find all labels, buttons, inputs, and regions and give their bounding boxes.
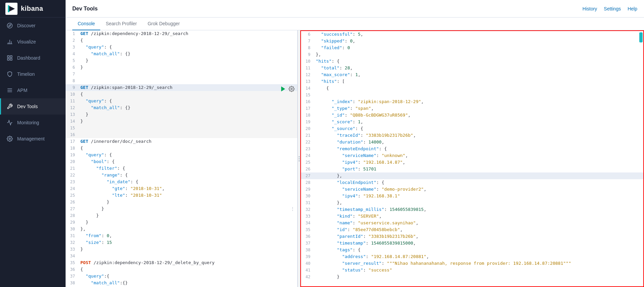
sidebar-item-discover-label: Discover xyxy=(17,23,35,28)
svg-marker-4 xyxy=(9,25,11,27)
output-line: 42 } xyxy=(301,274,643,280)
svg-point-16 xyxy=(9,138,11,140)
request-3: 17 GET /innerorder/doc/_search 18 { 19 "… xyxy=(66,138,297,259)
code-line: 26 } xyxy=(66,199,297,205)
output-line: 21 "traceId": "3383b19b2317b26b", xyxy=(301,132,643,139)
code-line: 4 "match_all": {} xyxy=(66,51,297,57)
output-line: 37 "timestamp": 1546055839815000, xyxy=(301,240,643,247)
code-line: 10 { xyxy=(66,91,297,98)
output-line: 11 "total": 28, xyxy=(301,65,643,71)
output-line: 32 "timestamp_millis": 1546055839815, xyxy=(301,206,643,213)
code-line: 36 { xyxy=(66,266,297,273)
output-line: 26 "port": 51701 xyxy=(301,166,643,172)
code-line: 28 } xyxy=(66,212,297,219)
code-line: 25 "lte": "2018-10-31" xyxy=(66,192,297,199)
wrench-icon xyxy=(6,103,13,110)
code-line: 37 "query":{ xyxy=(66,273,297,280)
sidebar-item-devtools-label: Dev Tools xyxy=(17,104,38,109)
svg-marker-17 xyxy=(281,87,285,92)
code-line: 5 } xyxy=(66,57,297,64)
code-line: 18 { xyxy=(66,145,297,152)
history-button[interactable]: History xyxy=(582,6,597,11)
code-line: 34 xyxy=(66,253,297,259)
settings-button[interactable] xyxy=(289,86,295,92)
sidebar-item-visualize-label: Visualize xyxy=(17,39,36,44)
output-line: 17 "_type": "span", xyxy=(301,105,643,112)
settings-button[interactable]: Settings xyxy=(604,6,621,11)
scrollbar-thumb xyxy=(639,32,643,42)
sidebar-item-management[interactable]: Management xyxy=(0,131,66,147)
output-line: 31 }, xyxy=(301,199,643,206)
code-line: 3 "query": { xyxy=(66,44,297,51)
sidebar-item-discover[interactable]: Discover xyxy=(0,18,66,34)
grid-icon xyxy=(6,55,13,61)
sidebar-item-timelion-label: Timelion xyxy=(17,71,35,77)
run-button[interactable] xyxy=(280,86,287,92)
tab-search-profiler[interactable]: Search Profiler xyxy=(100,18,142,30)
help-button[interactable]: Help xyxy=(628,6,637,11)
code-line: 9 GET /zipkin:span-2018-12-29/_search xyxy=(66,84,297,91)
output-panel[interactable]: 6 "successful": 5, 7 "skipped": 0, 8 "fa… xyxy=(300,30,644,287)
code-line: 2 { xyxy=(66,37,297,44)
svg-rect-2 xyxy=(8,5,9,12)
code-line: 27 } ⋮ xyxy=(66,205,297,212)
code-line: 7 xyxy=(66,71,297,77)
request-4: 35 POST /zipkin:dependency-2018-12-29/_d… xyxy=(66,259,297,286)
output-line: 14 { xyxy=(301,85,643,92)
sidebar-item-timelion[interactable]: Timelion xyxy=(0,66,66,82)
tab-console[interactable]: Console xyxy=(72,18,100,30)
panel-divider[interactable] xyxy=(298,30,300,287)
svg-point-18 xyxy=(291,88,293,90)
code-line: 15 xyxy=(66,125,297,131)
code-line: 29 } xyxy=(66,219,297,226)
output-line: 16 "_index": "zipkin:span-2018-12-29", xyxy=(301,98,643,105)
svg-point-3 xyxy=(7,23,12,28)
svg-rect-10 xyxy=(10,56,12,57)
sidebar-item-devtools[interactable]: Dev Tools xyxy=(0,98,66,115)
output-line: 8 "failed": 0 xyxy=(301,44,643,51)
code-line: 16 xyxy=(66,131,297,138)
sidebar-item-monitoring[interactable]: Monitoring xyxy=(0,115,66,131)
code-line: 33 } xyxy=(66,246,297,253)
svg-rect-12 xyxy=(10,59,12,60)
code-line: 20 "bool": { xyxy=(66,158,297,165)
sidebar: kibana Discover Visualize xyxy=(0,0,66,287)
topbar: Dev Tools History Settings Help xyxy=(66,0,644,18)
output-line: 40 "server_result": """Nihao hahananahan… xyxy=(301,260,643,267)
output-line: 34 "name": "userservice.saynihao", xyxy=(301,220,643,226)
sidebar-logo: kibana xyxy=(0,0,66,18)
output-line: 30 "ipv4": "192.168.38.1" xyxy=(301,193,643,199)
page-title: Dev Tools xyxy=(72,6,98,12)
svg-rect-9 xyxy=(7,56,9,57)
output-line: 22 "duration": 14000, xyxy=(301,139,643,146)
output-line: 41 "status": "success" xyxy=(301,267,643,274)
sidebar-item-dashboard[interactable]: Dashboard xyxy=(0,50,66,66)
topbar-actions: History Settings Help xyxy=(582,6,637,11)
code-line: 31 "from": 0, xyxy=(66,232,297,239)
content-area: 1 GET /zipkin:dependency-2018-12-29/_sea… xyxy=(66,30,644,287)
code-line: 8 xyxy=(66,77,297,84)
code-line: 24 "gte": "2018-10-31", xyxy=(66,185,297,192)
request-1: 1 GET /zipkin:dependency-2018-12-29/_sea… xyxy=(66,30,297,84)
sidebar-item-apm-label: APM xyxy=(17,88,27,93)
code-line: 13 } xyxy=(66,111,297,118)
compass-icon xyxy=(6,22,13,29)
code-line: 23 "in_date": { xyxy=(66,179,297,185)
sidebar-item-dashboard-label: Dashboard xyxy=(17,55,40,61)
tab-grok-debugger[interactable]: Grok Debugger xyxy=(142,18,185,30)
code-line: 30 }, xyxy=(66,226,297,232)
code-line: 35 POST /zipkin:dependency-2018-12-29/_d… xyxy=(66,259,297,266)
output-line: 19 "_score": 1, xyxy=(301,119,643,125)
sidebar-item-visualize[interactable]: Visualize xyxy=(0,34,66,50)
code-line: 11 "query": { xyxy=(66,98,297,104)
sidebar-item-apm[interactable]: APM xyxy=(0,82,66,98)
output-line: 10 "hits": { xyxy=(301,58,643,65)
output-line: 7 "skipped": 0, xyxy=(301,38,643,44)
output-line: 6 "successful": 5, xyxy=(301,31,643,38)
editor-panel[interactable]: 1 GET /zipkin:dependency-2018-12-29/_sea… xyxy=(66,30,298,287)
heart-icon xyxy=(6,119,13,126)
code-line: 6 } xyxy=(66,64,297,71)
output-line: 18 "_id": "QB8b-GcBDGWG37uR8569", xyxy=(301,112,643,119)
output-line: 9 }, xyxy=(301,51,643,58)
app-name: kibana xyxy=(21,5,43,12)
